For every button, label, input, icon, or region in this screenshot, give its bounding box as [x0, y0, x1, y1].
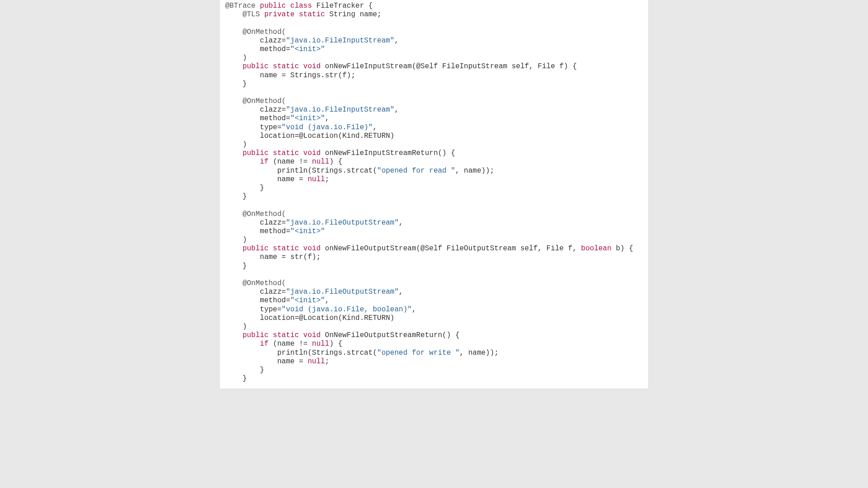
code-token-plain: }: [225, 184, 264, 192]
code-token-str: "java.io.FileInputStream": [286, 106, 394, 114]
code-token-plain: println(Strings.strcat(: [225, 349, 377, 357]
code-token-plain: clazz=: [225, 288, 286, 296]
code-token-str: "java.io.FileOutputStream": [286, 219, 399, 227]
code-token-plain: ): [225, 54, 247, 62]
code-token-plain: ): [225, 141, 247, 149]
code-token-plain: [225, 158, 260, 166]
code-page: @BTrace public class FileTracker { @TLS …: [219, 0, 649, 389]
code-token-plain: (name !=: [273, 158, 312, 166]
code-token-plain: ,: [394, 37, 399, 45]
code-token-ann: @OnMethod(: [242, 210, 286, 218]
code-token-plain: clazz=: [225, 106, 286, 114]
code-token-plain: [225, 340, 260, 348]
code-token-str: "void (java.io.File)": [282, 123, 373, 131]
code-token-kw: boolean: [581, 244, 611, 253]
code-token-str: "opened for read ": [377, 167, 455, 175]
code-token-str: "opened for write ": [377, 349, 459, 357]
code-token-bool: null: [307, 357, 325, 366]
code-token-plain: OnNewFileOutputStreamReturn() {: [325, 331, 460, 339]
code-token-plain: onNewFileInputStream(@Self FileInputStre…: [325, 62, 577, 70]
code-token-plain: name =: [225, 175, 307, 183]
code-token-str: "void (java.io.File, boolean)": [282, 305, 412, 314]
code-token-plain: ,: [325, 114, 330, 122]
code-token-plain: [225, 10, 242, 19]
code-token-plain: name = Strings.str(f);: [225, 71, 355, 80]
code-token-plain: ): [225, 236, 247, 244]
code-token-plain: ) {: [329, 340, 342, 348]
code-token-plain: [225, 279, 242, 287]
code-token-plain: ;: [325, 175, 330, 183]
code-token-kw: public class: [260, 2, 316, 10]
code-token-plain: println(Strings.strcat(: [225, 167, 377, 175]
code-token-plain: onNewFileInputStreamReturn() {: [325, 149, 455, 157]
code-token-plain: [225, 97, 242, 105]
code-token-plain: ,: [412, 305, 416, 314]
code-token-kw: private static: [264, 10, 329, 19]
code-token-kw: public static void: [242, 149, 325, 157]
code-token-plain: name = str(f);: [225, 253, 321, 261]
code-token-str: "<init>": [290, 227, 325, 235]
code-token-kw: public static void: [242, 62, 325, 70]
code-token-plain: [225, 28, 242, 36]
code-token-ann: @BTrace: [225, 2, 260, 10]
code-token-plain: ,: [325, 296, 330, 305]
code-token-plain: [225, 331, 242, 339]
code-token-plain: [225, 210, 242, 218]
code-token-kw: if: [260, 340, 273, 348]
code-token-plain: method=: [225, 227, 290, 235]
code-token-plain: }: [225, 262, 247, 270]
code-token-plain: ;: [325, 357, 330, 366]
code-token-str: "java.io.FileInputStream": [286, 37, 394, 45]
code-token-str: "<init>": [290, 296, 325, 305]
code-token-plain: (name !=: [273, 340, 312, 348]
code-token-bool: null: [312, 158, 329, 166]
code-token-plain: onNewFileOutputStream(@Self FileOutputSt…: [325, 244, 581, 253]
code-token-str: "<init>": [290, 45, 325, 53]
code-token-kw: public static void: [242, 244, 325, 253]
code-token-ann: @OnMethod(: [242, 28, 286, 36]
code-token-bool: null: [307, 175, 325, 183]
code-token-plain: b) {: [612, 244, 633, 253]
code-token-plain: FileTracker {: [316, 2, 373, 10]
code-token-plain: ,: [399, 219, 403, 227]
code-token-plain: }: [225, 80, 247, 88]
code-token-plain: }: [225, 192, 247, 201]
code-token-plain: }: [225, 366, 264, 374]
code-token-plain: method=: [225, 45, 290, 53]
code-token-plain: ,: [373, 123, 377, 131]
code-token-plain: }: [225, 375, 247, 383]
code-token-plain: clazz=: [225, 219, 286, 227]
code-token-plain: location=@Location(Kind.RETURN): [225, 132, 394, 140]
source-code: @BTrace public class FileTracker { @TLS …: [225, 2, 643, 383]
code-token-plain: type=: [225, 123, 282, 131]
code-token-plain: type=: [225, 305, 282, 314]
code-token-plain: ,: [394, 106, 399, 114]
code-token-plain: name =: [225, 357, 307, 366]
code-token-plain: , name));: [460, 349, 499, 357]
code-token-plain: [225, 244, 242, 253]
code-token-ann: @OnMethod(: [242, 97, 286, 105]
code-token-plain: location=@Location(Kind.RETURN): [225, 314, 394, 322]
code-token-plain: ) {: [329, 158, 342, 166]
code-token-plain: ,: [399, 288, 403, 296]
code-token-plain: [225, 149, 242, 157]
code-token-bool: null: [312, 340, 329, 348]
code-token-plain: ): [225, 323, 247, 331]
code-token-plain: String name;: [329, 10, 381, 19]
code-token-plain: clazz=: [225, 37, 286, 45]
code-token-ann: @OnMethod(: [242, 279, 286, 287]
code-token-kw: if: [260, 158, 273, 166]
code-token-str: "java.io.FileOutputStream": [286, 288, 399, 296]
code-token-ann: @TLS: [242, 10, 264, 19]
code-token-str: "<init>": [290, 114, 325, 122]
code-token-plain: method=: [225, 296, 290, 305]
code-token-kw: public static void: [242, 331, 325, 339]
code-token-plain: , name));: [455, 167, 494, 175]
code-token-plain: [225, 62, 242, 70]
code-token-plain: method=: [225, 114, 290, 122]
